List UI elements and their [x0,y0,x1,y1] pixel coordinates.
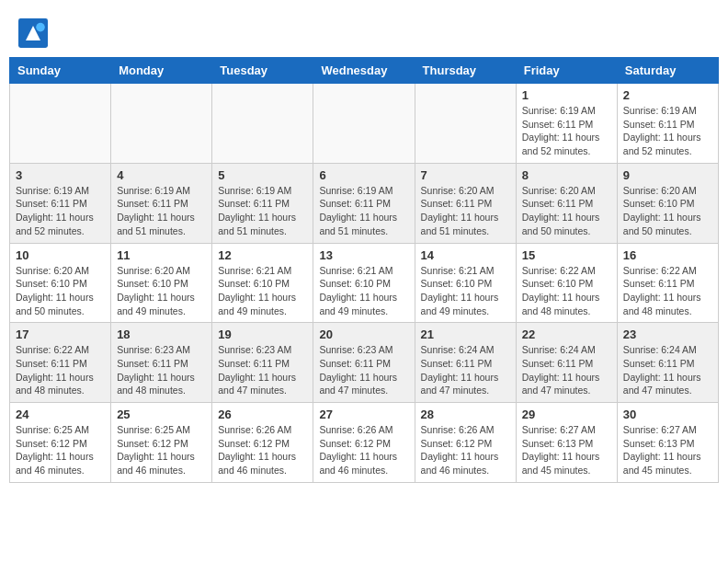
week-row-4: 17Sunrise: 6:22 AM Sunset: 6:11 PM Dayli… [10,323,719,403]
day-info: Sunrise: 6:22 AM Sunset: 6:10 PM Dayligh… [522,264,611,318]
day-info: Sunrise: 6:20 AM Sunset: 6:10 PM Dayligh… [117,264,206,318]
week-row-1: 1Sunrise: 6:19 AM Sunset: 6:11 PM Daylig… [10,84,719,164]
day-info: Sunrise: 6:19 AM Sunset: 6:11 PM Dayligh… [319,184,408,238]
day-number: 10 [16,248,105,262]
day-number: 5 [218,168,307,182]
day-cell: 13Sunrise: 6:21 AM Sunset: 6:10 PM Dayli… [313,243,415,323]
day-info: Sunrise: 6:24 AM Sunset: 6:11 PM Dayligh… [623,343,712,397]
calendar-header: SundayMondayTuesdayWednesdayThursdayFrid… [10,58,719,84]
header-thursday: Thursday [415,58,516,84]
day-number: 4 [117,168,206,182]
day-cell: 26Sunrise: 6:26 AM Sunset: 6:12 PM Dayli… [212,403,313,483]
day-info: Sunrise: 6:23 AM Sunset: 6:11 PM Dayligh… [319,343,408,397]
day-info: Sunrise: 6:25 AM Sunset: 6:12 PM Dayligh… [117,423,206,477]
week-row-5: 24Sunrise: 6:25 AM Sunset: 6:12 PM Dayli… [10,403,719,483]
day-number: 30 [623,408,712,421]
day-cell: 3Sunrise: 6:19 AM Sunset: 6:11 PM Daylig… [10,163,111,243]
logo [18,18,51,48]
day-info: Sunrise: 6:20 AM Sunset: 6:10 PM Dayligh… [623,184,712,238]
day-cell: 28Sunrise: 6:26 AM Sunset: 6:12 PM Dayli… [415,403,516,483]
day-cell [212,84,313,164]
day-cell: 17Sunrise: 6:22 AM Sunset: 6:11 PM Dayli… [10,323,111,403]
day-info: Sunrise: 6:21 AM Sunset: 6:10 PM Dayligh… [421,264,510,318]
day-cell: 10Sunrise: 6:20 AM Sunset: 6:10 PM Dayli… [10,243,111,323]
day-number: 16 [623,248,712,262]
header-friday: Friday [516,58,617,84]
day-number: 29 [522,408,611,421]
day-info: Sunrise: 6:25 AM Sunset: 6:12 PM Dayligh… [16,423,105,477]
day-cell: 21Sunrise: 6:24 AM Sunset: 6:11 PM Dayli… [415,323,516,403]
day-cell: 7Sunrise: 6:20 AM Sunset: 6:11 PM Daylig… [415,163,516,243]
day-cell: 30Sunrise: 6:27 AM Sunset: 6:13 PM Dayli… [617,403,718,483]
day-cell: 8Sunrise: 6:20 AM Sunset: 6:11 PM Daylig… [516,163,617,243]
day-number: 19 [218,327,307,341]
day-cell: 5Sunrise: 6:19 AM Sunset: 6:11 PM Daylig… [212,163,313,243]
svg-point-2 [36,23,45,32]
day-cell: 2Sunrise: 6:19 AM Sunset: 6:11 PM Daylig… [617,84,718,164]
day-number: 6 [319,168,408,182]
day-info: Sunrise: 6:27 AM Sunset: 6:13 PM Dayligh… [623,423,712,477]
day-info: Sunrise: 6:26 AM Sunset: 6:12 PM Dayligh… [421,423,510,477]
day-number: 7 [421,168,510,182]
day-cell: 27Sunrise: 6:26 AM Sunset: 6:12 PM Dayli… [313,403,415,483]
day-number: 23 [623,327,712,341]
day-info: Sunrise: 6:21 AM Sunset: 6:10 PM Dayligh… [319,264,408,318]
day-cell: 20Sunrise: 6:23 AM Sunset: 6:11 PM Dayli… [313,323,415,403]
day-number: 14 [421,248,510,262]
day-cell [415,84,516,164]
day-number: 15 [522,248,611,262]
page-header [9,9,719,52]
calendar-body: 1Sunrise: 6:19 AM Sunset: 6:11 PM Daylig… [10,84,719,483]
week-row-2: 3Sunrise: 6:19 AM Sunset: 6:11 PM Daylig… [10,163,719,243]
day-info: Sunrise: 6:19 AM Sunset: 6:11 PM Dayligh… [117,184,206,238]
header-saturday: Saturday [617,58,718,84]
day-number: 21 [421,327,510,341]
day-cell [111,84,212,164]
day-number: 9 [623,168,712,182]
day-number: 11 [117,248,206,262]
day-cell: 11Sunrise: 6:20 AM Sunset: 6:10 PM Dayli… [111,243,212,323]
week-row-3: 10Sunrise: 6:20 AM Sunset: 6:10 PM Dayli… [10,243,719,323]
day-number: 2 [623,88,712,102]
day-number: 17 [16,327,105,341]
day-info: Sunrise: 6:19 AM Sunset: 6:11 PM Dayligh… [16,184,105,238]
day-info: Sunrise: 6:26 AM Sunset: 6:12 PM Dayligh… [319,423,408,477]
day-info: Sunrise: 6:20 AM Sunset: 6:10 PM Dayligh… [16,264,105,318]
day-cell: 15Sunrise: 6:22 AM Sunset: 6:10 PM Dayli… [516,243,617,323]
day-cell: 24Sunrise: 6:25 AM Sunset: 6:12 PM Dayli… [10,403,111,483]
day-info: Sunrise: 6:19 AM Sunset: 6:11 PM Dayligh… [623,104,712,158]
day-info: Sunrise: 6:26 AM Sunset: 6:12 PM Dayligh… [218,423,307,477]
day-number: 1 [522,88,611,102]
day-number: 28 [421,408,510,421]
day-number: 26 [218,408,307,421]
day-info: Sunrise: 6:22 AM Sunset: 6:11 PM Dayligh… [623,264,712,318]
day-number: 25 [117,408,206,421]
day-info: Sunrise: 6:19 AM Sunset: 6:11 PM Dayligh… [522,104,611,158]
day-cell: 9Sunrise: 6:20 AM Sunset: 6:10 PM Daylig… [617,163,718,243]
day-info: Sunrise: 6:22 AM Sunset: 6:11 PM Dayligh… [16,343,105,397]
header-row: SundayMondayTuesdayWednesdayThursdayFrid… [10,58,719,84]
header-sunday: Sunday [10,58,111,84]
day-number: 22 [522,327,611,341]
day-number: 12 [218,248,307,262]
day-cell: 18Sunrise: 6:23 AM Sunset: 6:11 PM Dayli… [111,323,212,403]
day-cell: 4Sunrise: 6:19 AM Sunset: 6:11 PM Daylig… [111,163,212,243]
day-number: 3 [16,168,105,182]
day-info: Sunrise: 6:20 AM Sunset: 6:11 PM Dayligh… [421,184,510,238]
day-number: 18 [117,327,206,341]
day-cell: 6Sunrise: 6:19 AM Sunset: 6:11 PM Daylig… [313,163,415,243]
day-info: Sunrise: 6:23 AM Sunset: 6:11 PM Dayligh… [218,343,307,397]
day-cell: 25Sunrise: 6:25 AM Sunset: 6:12 PM Dayli… [111,403,212,483]
day-number: 13 [319,248,408,262]
day-cell: 29Sunrise: 6:27 AM Sunset: 6:13 PM Dayli… [516,403,617,483]
logo-icon [18,18,48,48]
day-cell: 12Sunrise: 6:21 AM Sunset: 6:10 PM Dayli… [212,243,313,323]
day-number: 20 [319,327,408,341]
day-cell: 14Sunrise: 6:21 AM Sunset: 6:10 PM Dayli… [415,243,516,323]
day-cell [10,84,111,164]
day-cell: 23Sunrise: 6:24 AM Sunset: 6:11 PM Dayli… [617,323,718,403]
day-cell: 1Sunrise: 6:19 AM Sunset: 6:11 PM Daylig… [516,84,617,164]
day-info: Sunrise: 6:23 AM Sunset: 6:11 PM Dayligh… [117,343,206,397]
header-tuesday: Tuesday [212,58,313,84]
day-number: 27 [319,408,408,421]
